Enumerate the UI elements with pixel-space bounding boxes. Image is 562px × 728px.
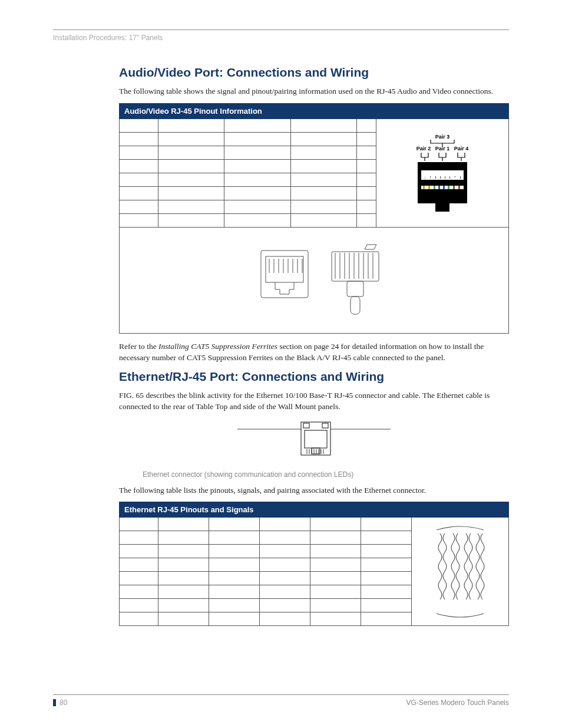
svg-rect-23 [443, 186, 445, 189]
audio-video-pinout-table: Audio/Video RJ-45 Pinout Information Pai… [119, 103, 509, 334]
svg-rect-21 [434, 186, 435, 189]
note-prefix: Refer to the [119, 342, 158, 351]
svg-rect-17 [453, 172, 455, 179]
ethernet-wiring-diagram [411, 518, 508, 626]
figure-caption: Ethernet connector (showing communicatio… [143, 470, 509, 479]
svg-rect-18 [458, 172, 460, 179]
page-number: 80 [53, 699, 67, 707]
footer-rule [53, 694, 509, 695]
section-title-audio-video: Audio/Video Port: Connections and Wiring [119, 65, 509, 80]
ethernet-connector-figure [119, 419, 509, 466]
rj45-connector-diagrams [120, 227, 509, 333]
breadcrumb: Installation Procedures: 17" Panels [53, 34, 509, 42]
rj45-pair-diagram: Pair 3 Pair 2 Pair 1 Pair 4 [376, 118, 509, 227]
section1-intro: The following table shows the signal and… [119, 85, 509, 97]
svg-rect-25 [453, 186, 455, 189]
section2-intro: FIG. 65 describes the blink activity for… [119, 390, 509, 413]
svg-rect-46 [305, 430, 327, 448]
page: Installation Procedures: 17" Panels Audi… [0, 0, 562, 728]
svg-rect-40 [351, 297, 360, 314]
table-header-av: Audio/Video RJ-45 Pinout Information [120, 103, 509, 118]
connector-diagram-row [120, 227, 509, 333]
svg-rect-39 [347, 281, 363, 297]
svg-rect-43 [301, 422, 330, 455]
ethernet-pinout-table: Ethernet RJ-45 Pinouts and Signals [119, 502, 509, 626]
table-row [120, 518, 509, 531]
section1-note: Refer to the Installing CAT5 Suppression… [119, 341, 509, 364]
svg-rect-22 [438, 186, 440, 189]
svg-rect-14 [438, 172, 440, 179]
pair2-label: Pair 2 [416, 146, 431, 151]
note-ital: Installing CAT5 Suppression Ferrites [158, 342, 277, 351]
svg-rect-11 [423, 172, 425, 179]
svg-rect-38 [332, 252, 379, 281]
footer-doc-title: VG-Series Modero Touch Panels [406, 699, 509, 707]
pair3-label: Pair 3 [435, 134, 450, 140]
svg-rect-45 [322, 423, 328, 428]
top-rule [53, 29, 509, 30]
svg-rect-16 [448, 172, 449, 179]
section2-after-fig: The following table lists the pinouts, s… [119, 485, 509, 496]
svg-rect-19 [423, 186, 425, 189]
main-content: Audio/Video Port: Connections and Wiring… [119, 65, 509, 626]
svg-rect-15 [443, 172, 445, 179]
svg-rect-20 [428, 186, 430, 189]
svg-rect-13 [434, 172, 435, 179]
svg-rect-12 [428, 172, 430, 179]
page-footer: 80 VG-Series Modero Touch Panels [53, 699, 509, 707]
svg-rect-24 [448, 186, 449, 189]
table-header-ethernet: Ethernet RJ-45 Pinouts and Signals [120, 502, 509, 518]
svg-rect-27 [435, 203, 449, 212]
section-title-ethernet: Ethernet/RJ-45 Port: Connections and Wir… [119, 370, 509, 384]
svg-rect-26 [458, 186, 460, 189]
svg-rect-28 [261, 251, 308, 298]
table-row: Pair 3 Pair 2 Pair 1 Pair 4 [120, 118, 509, 132]
pair4-label: Pair 4 [454, 146, 469, 151]
svg-rect-2 [421, 180, 464, 186]
svg-rect-44 [303, 423, 309, 428]
